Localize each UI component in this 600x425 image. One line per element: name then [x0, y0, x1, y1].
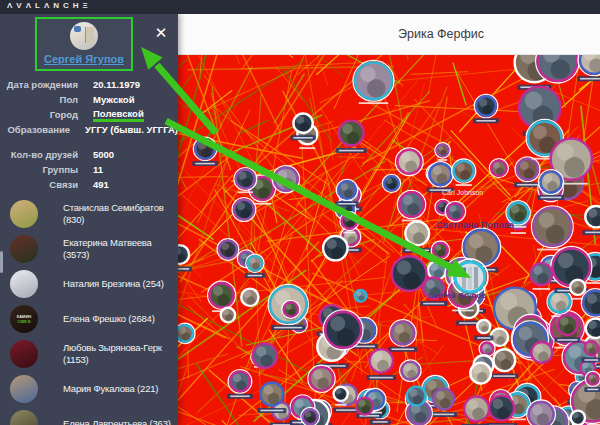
friend-item[interactable]: Мария Фукалова (221)	[0, 375, 178, 403]
close-icon[interactable]: ✕	[150, 22, 172, 44]
app-window: ΛVΛLΛNCHΞ Сергей Ягупов ✕ Дата рождения2…	[0, 0, 600, 425]
detail-row: ОбразованиеУГГУ (бывш. УГГГА)	[0, 122, 178, 137]
graph-node[interactable]	[241, 289, 258, 306]
graph-node[interactable]	[335, 179, 359, 206]
graph-node[interactable]	[217, 239, 239, 261]
graph-node[interactable]	[245, 254, 265, 278]
stat-label: Кол-во друзей	[0, 149, 78, 160]
graph-node[interactable]	[323, 236, 347, 260]
detail-value: Мужской	[93, 94, 134, 105]
friend-item[interactable]: Елена Лаврентьева (363)	[0, 410, 178, 425]
graph-node[interactable]	[400, 360, 421, 381]
friend-item[interactable]: КАМИНCOME INЕлена Фрешко (2684)	[0, 305, 178, 333]
detail-label: Образование	[0, 124, 70, 135]
graph-node[interactable]	[253, 344, 277, 368]
graph-node[interactable]	[527, 400, 556, 425]
detail-row: ПолМужской	[0, 92, 178, 107]
graph-node[interactable]	[577, 55, 600, 81]
page-title: Эрика Ферфис	[398, 27, 484, 41]
profile-details: Дата рождения20.11.1979ПолМужскойГородПо…	[0, 77, 178, 137]
detail-value: 20.11.1979	[93, 79, 140, 90]
stat-label: Связи	[0, 179, 78, 190]
graph-node[interactable]	[227, 370, 253, 399]
friend-name: Станислав Семибратов (830)	[63, 202, 175, 226]
profile-avatar	[70, 22, 98, 50]
friend-name: Елена Фрешко (2684)	[63, 313, 155, 325]
graph-node[interactable]	[396, 148, 424, 176]
graph-node[interactable]	[323, 310, 363, 350]
friend-avatar: КАМИНCOME IN	[10, 305, 38, 333]
graph-node[interactable]	[473, 94, 499, 123]
graph-node-label: Сергей Ягупов	[428, 291, 486, 300]
graph-node[interactable]	[489, 159, 508, 178]
graph-node[interactable]	[402, 222, 432, 253]
network-graph[interactable]: Carl JohnsonСветлана ПоповаСергей Ягупов	[178, 55, 600, 425]
avatar-text: КАМИН	[10, 314, 38, 319]
profile-name-link[interactable]: Сергей Ягупов	[37, 53, 131, 65]
graph-node-label: Светлана Попова	[436, 220, 515, 230]
friends-list: Станислав Семибратов (830)Екатерина Матв…	[0, 200, 178, 425]
graph-node[interactable]	[514, 157, 541, 187]
stat-value: 5000	[93, 149, 114, 160]
graph-node[interactable]	[192, 137, 217, 166]
graph-node[interactable]	[355, 290, 367, 302]
stat-row: Кол-во друзей5000	[0, 147, 178, 162]
friend-item[interactable]: Станислав Семибратов (830)	[0, 200, 178, 228]
graph-node[interactable]	[470, 363, 491, 384]
detail-row: ГородПолевской	[0, 107, 178, 122]
profile-card: Сергей Ягупов	[35, 17, 133, 71]
graph-node[interactable]	[290, 113, 315, 140]
friend-item[interactable]: Наталия Брезгина (254)	[0, 270, 178, 298]
graph-node[interactable]	[221, 308, 235, 322]
graph-node[interactable]	[257, 382, 286, 412]
graph-node[interactable]	[427, 162, 455, 193]
graph-node[interactable]	[336, 121, 367, 153]
stat-label: Группы	[0, 164, 78, 175]
graph-node[interactable]	[407, 387, 426, 406]
graph-node[interactable]	[554, 315, 580, 343]
profile-stats: Кол-во друзей5000Группы11Связи491	[0, 147, 178, 192]
graph-node[interactable]	[392, 256, 427, 291]
detail-label: Дата рождения	[0, 79, 78, 90]
main-header: Эрика Ферфис	[178, 14, 600, 55]
graph-node[interactable]	[581, 341, 600, 362]
graph-node[interactable]	[282, 300, 300, 318]
graph-node[interactable]	[308, 365, 335, 392]
friend-avatar	[10, 410, 38, 425]
friend-avatar	[10, 200, 38, 228]
friend-name: Екатерина Матвеева (3573)	[63, 237, 175, 261]
graph-node[interactable]	[272, 166, 299, 193]
stat-row: Связи491	[0, 177, 178, 192]
graph-node[interactable]	[571, 411, 585, 425]
stat-row: Группы11	[0, 162, 178, 177]
graph-node[interactable]	[232, 198, 256, 222]
top-bar: ΛVΛLΛNCHΞ	[0, 0, 600, 14]
graph-node[interactable]	[388, 320, 417, 352]
detail-label: Город	[0, 109, 78, 120]
graph-node[interactable]	[586, 319, 600, 338]
graph-node[interactable]	[430, 389, 457, 417]
graph-node[interactable]	[445, 201, 465, 221]
avatar-text: COME IN	[10, 320, 38, 324]
avalanche-logo: ΛVΛLΛNCHΞ	[7, 1, 92, 10]
friend-item[interactable]: Любовь Зырянова-Герк (1153)	[0, 340, 178, 368]
graph-node-sergey-yagupov[interactable]	[452, 259, 488, 295]
graph-node[interactable]	[474, 320, 493, 341]
graph-node[interactable]	[531, 342, 552, 363]
graph-node-label: Carl Johnson	[442, 189, 483, 196]
detail-value: УГГУ (бывш. УГГГА)	[85, 124, 178, 135]
avatar-detail	[85, 27, 94, 43]
graph-node[interactable]	[178, 323, 195, 343]
friend-avatar	[10, 340, 38, 368]
graph-node[interactable]	[367, 349, 396, 380]
avatar-detail	[74, 26, 81, 32]
graph-node[interactable]	[428, 261, 447, 280]
scroll-indicator[interactable]	[0, 251, 3, 273]
stat-value: 491	[93, 179, 109, 190]
graph-node[interactable]	[538, 170, 565, 200]
detail-label: Пол	[0, 94, 78, 105]
graph-node[interactable]	[382, 174, 400, 192]
graph-node[interactable]	[356, 398, 373, 415]
friend-name: Мария Фукалова (221)	[63, 383, 158, 395]
friend-item[interactable]: Екатерина Матвеева (3573)	[0, 235, 178, 263]
